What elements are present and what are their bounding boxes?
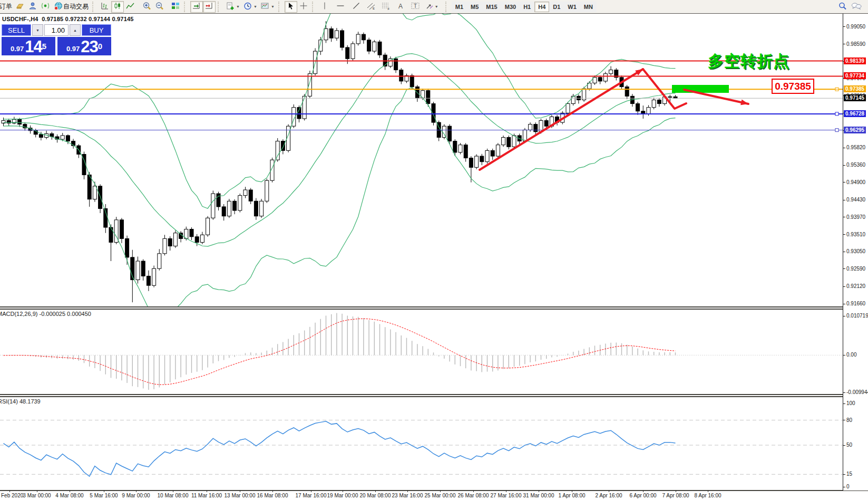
tab-timeframe-D1[interactable]: D1 xyxy=(549,2,564,12)
price-badge: 0.97385 xyxy=(844,85,866,92)
zoom-out-button[interactable] xyxy=(153,1,166,13)
candle-bear xyxy=(18,119,22,124)
sell-price-tile[interactable]: 0.97 14 5 xyxy=(2,37,55,55)
tile-windows-button[interactable] xyxy=(169,1,182,13)
buy-button[interactable]: BUY xyxy=(82,24,111,36)
candle-bull xyxy=(173,233,177,246)
bar-chart-button[interactable] xyxy=(99,1,111,13)
macd-pane[interactable] xyxy=(0,310,843,394)
line-chart-button[interactable] xyxy=(124,1,136,13)
tab-timeframe-M15[interactable]: M15 xyxy=(482,2,501,12)
date-tick xyxy=(207,490,207,492)
buy-price-tile[interactable]: 0.97 23 0 xyxy=(57,37,111,55)
zoom-in-button[interactable] xyxy=(141,1,153,13)
hline-handle[interactable] xyxy=(835,129,838,132)
time-scale[interactable]: Feb 20203 Mar 00:004 Mar 08:005 Mar 16:0… xyxy=(0,491,868,500)
candle-bear xyxy=(66,136,70,141)
candle-bull xyxy=(652,100,656,107)
text-tool[interactable]: A xyxy=(394,1,407,13)
cursor-button[interactable] xyxy=(285,1,297,13)
signals-button[interactable] xyxy=(39,1,52,13)
crosshair-button[interactable] xyxy=(297,1,310,13)
candle-bull xyxy=(496,145,500,156)
price-scale[interactable]: 0.990500.985900.981300.976700.972100.967… xyxy=(843,14,868,491)
search-button[interactable] xyxy=(836,1,849,13)
tab-timeframe-M5[interactable]: M5 xyxy=(467,2,482,12)
chat-button[interactable] xyxy=(849,1,864,13)
candle-bull xyxy=(206,218,210,235)
axis-tick-label: -0.009944 xyxy=(846,389,868,395)
period-dropdown[interactable]: ▼ xyxy=(241,1,259,13)
rsi-pane[interactable] xyxy=(0,397,843,490)
green-zone-box[interactable] xyxy=(672,85,729,93)
price-badge: 0.98139 xyxy=(844,57,866,64)
tab-timeframe-MN[interactable]: MN xyxy=(580,2,597,12)
bar-chart-icon xyxy=(100,2,110,12)
one-click-trading-panel: SELL ▼ ▲ BUY 0.97 14 5 0.97 23 0 xyxy=(2,24,111,55)
chevron-down-icon: ▼ xyxy=(435,5,438,8)
volume-decrease-button[interactable]: ▼ xyxy=(32,24,43,36)
candlestick-chart-button[interactable] xyxy=(111,1,124,13)
candle-bear xyxy=(657,100,661,103)
candle-bear xyxy=(109,227,113,242)
text-label-tool[interactable]: T xyxy=(409,1,422,13)
auto-scroll-button[interactable] xyxy=(190,1,203,13)
gold-bar-button[interactable] xyxy=(14,1,26,13)
arrows-dropdown[interactable]: ▼ xyxy=(424,1,440,13)
volume-increase-button[interactable]: ▲ xyxy=(70,24,81,36)
candle-bull xyxy=(324,28,328,40)
hline-handle[interactable] xyxy=(835,112,838,116)
turning-point-annotation[interactable]: 多空转折点 xyxy=(708,51,789,72)
date-label: 25 Mar 00:00 xyxy=(425,493,456,498)
volume-input[interactable] xyxy=(44,24,69,36)
search-icon xyxy=(838,2,847,12)
template-icon xyxy=(260,2,270,12)
vertical-line-tool[interactable] xyxy=(318,1,331,13)
candle-bull xyxy=(529,124,532,130)
date-tick xyxy=(311,490,311,492)
vertical-line-icon xyxy=(321,2,328,12)
candle-bull xyxy=(211,194,215,218)
axis-tick xyxy=(843,268,845,269)
svg-text:T: T xyxy=(414,3,417,9)
date-tick xyxy=(440,490,441,492)
trendline-icon xyxy=(352,2,360,12)
date-tick xyxy=(104,490,104,492)
trend-arrow[interactable] xyxy=(480,69,643,170)
candle-bull xyxy=(319,40,323,51)
date-label: 1 Apr 08:00 xyxy=(558,493,585,498)
tab-timeframe-M30[interactable]: M30 xyxy=(501,2,520,12)
tab-timeframe-M1[interactable]: M1 xyxy=(452,2,467,12)
arrows-tool-icon xyxy=(425,2,434,12)
candle-bull xyxy=(335,31,338,38)
trendline-tool[interactable] xyxy=(350,1,363,13)
candle-bear xyxy=(426,91,430,104)
buy-price-pips: 23 xyxy=(81,39,97,54)
candle-bear xyxy=(544,121,548,127)
new-chart-dropdown[interactable]: ▼ xyxy=(224,1,241,13)
candle-bear xyxy=(507,138,511,147)
candle-bear xyxy=(190,229,193,237)
tab-timeframe-H1[interactable]: H1 xyxy=(520,2,534,12)
chart-shift-button[interactable] xyxy=(203,1,216,13)
candle-bull xyxy=(475,156,479,167)
fibonacci-tool[interactable]: F xyxy=(379,1,392,13)
tab-timeframe-W1[interactable]: W1 xyxy=(564,2,580,12)
template-dropdown[interactable]: ▼ xyxy=(259,1,276,13)
svg-text:E: E xyxy=(373,7,375,10)
horizontal-line-tool[interactable] xyxy=(334,1,347,13)
axis-tick-label: 0.99050 xyxy=(846,24,865,30)
candle-bear xyxy=(453,141,457,152)
mt4-terminal-window: 订单 自动交易 xyxy=(0,0,868,500)
gold-bar-icon xyxy=(15,2,25,12)
account-button[interactable] xyxy=(26,1,39,13)
autotrading-button[interactable]: 自动交易 xyxy=(52,1,90,13)
new-order-button[interactable]: 订单 xyxy=(0,1,14,13)
candle-bull xyxy=(303,96,306,119)
sell-button[interactable]: SELL xyxy=(2,24,31,36)
tab-timeframe-H4[interactable]: H4 xyxy=(534,2,549,12)
toolbar-separator xyxy=(92,2,96,12)
channel-tool[interactable]: E xyxy=(365,1,377,13)
date-tick xyxy=(136,490,136,492)
price-level-label[interactable]: 0.97385 xyxy=(772,79,814,94)
